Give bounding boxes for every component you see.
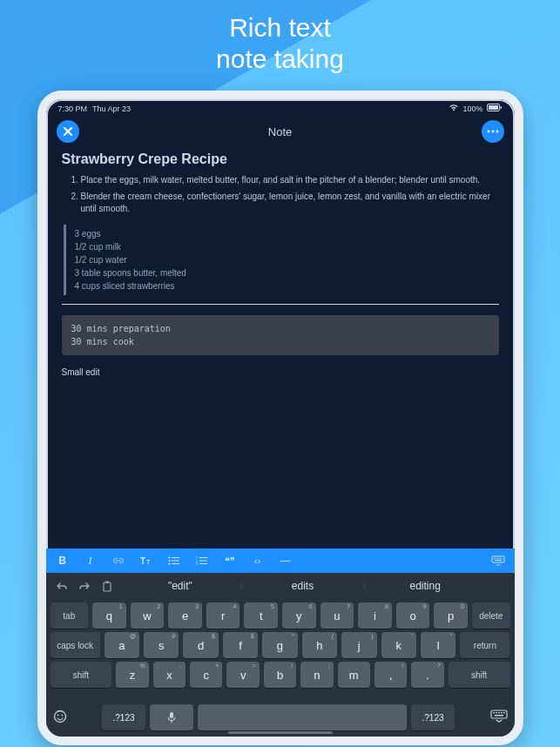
note-ordered-list: Place the eggs, milk water, melted butte…	[62, 174, 499, 216]
link-button[interactable]	[111, 556, 126, 565]
key-numsym-right[interactable]: .?123	[411, 704, 455, 730]
key-mic[interactable]	[150, 704, 193, 730]
key-y[interactable]: y6	[282, 602, 316, 629]
heading-icon: TT	[140, 555, 152, 566]
key-a[interactable]: a@	[105, 632, 139, 658]
svg-rect-9	[172, 557, 179, 558]
status-time: 7:30 PM	[58, 104, 88, 113]
hr-button[interactable]: —	[278, 555, 293, 567]
home-indicator[interactable]	[228, 731, 333, 734]
quote-button[interactable]: ❝❞	[222, 555, 238, 567]
suggestion-bar: "edit" edits editing	[46, 573, 515, 599]
key-v[interactable]: v=	[226, 662, 259, 688]
note-blockquote: 3 eggs 1/2 cup milk 1/2 cup water 3 tabl…	[64, 225, 499, 295]
key-capslock[interactable]: caps lock	[51, 632, 100, 658]
wifi-icon	[449, 104, 459, 113]
key-shift-left[interactable]: shift	[51, 662, 112, 688]
key-space[interactable]	[198, 704, 407, 730]
heading-button[interactable]: TT	[138, 555, 154, 566]
italic-button[interactable]: I	[83, 555, 98, 568]
numbered-list-icon: 123	[196, 556, 208, 565]
svg-text:T: T	[146, 559, 151, 565]
key-t[interactable]: t5	[244, 602, 278, 629]
keyboard-dismiss-icon	[491, 555, 505, 566]
svg-point-3	[487, 131, 489, 133]
key-u[interactable]: u7	[320, 602, 354, 629]
link-icon	[112, 556, 125, 565]
key-shift-right[interactable]: shift	[449, 662, 510, 688]
nav-bar: Note	[46, 115, 515, 151]
suggestion-2[interactable]: edits	[241, 580, 364, 592]
key-numsym-left[interactable]: .?123	[102, 704, 145, 730]
key-o[interactable]: o9	[396, 602, 430, 629]
close-button[interactable]	[57, 120, 79, 143]
svg-rect-2	[500, 106, 502, 109]
svg-rect-32	[491, 710, 507, 718]
status-bar: 7:30 PM Thu Apr 23 100%	[46, 99, 515, 115]
key-s[interactable]: s#	[144, 632, 179, 658]
svg-rect-15	[199, 557, 207, 558]
key-f[interactable]: f&	[223, 632, 258, 658]
clipboard-button[interactable]	[97, 581, 118, 592]
key-k[interactable]: k'	[381, 632, 416, 658]
ingredient-line: 3 table spoons butter, melted	[75, 266, 499, 279]
svg-rect-24	[500, 558, 502, 559]
emoji-button[interactable]	[53, 710, 67, 726]
tablet-frame: 7:30 PM Thu Apr 23 100% Note Strawberry …	[37, 91, 523, 745]
hide-keyboard-button[interactable]	[490, 710, 508, 725]
suggestion-3[interactable]: editing	[364, 580, 487, 592]
bold-button[interactable]: B	[55, 555, 71, 567]
key-q[interactable]: q1	[92, 602, 126, 629]
note-editor[interactable]: Strawberry Crepe Recipe Place the eggs, …	[46, 151, 515, 377]
key-.[interactable]: .?	[411, 662, 443, 688]
numbered-list-button[interactable]: 123	[194, 556, 210, 565]
key-c[interactable]: c+	[190, 662, 222, 688]
key-,[interactable]: ,!	[374, 662, 407, 688]
keyboard: "edit" edits editing tab q1w2e3r4t5y6u7i…	[46, 573, 515, 737]
list-item: Blender the cream cheese, confectioners'…	[81, 191, 499, 216]
more-button[interactable]	[482, 120, 504, 143]
key-h[interactable]: h(	[302, 632, 337, 658]
mic-icon	[167, 711, 176, 723]
svg-point-30	[61, 714, 63, 716]
key-return[interactable]: return	[460, 632, 509, 658]
key-b[interactable]: b/	[264, 662, 296, 688]
key-j[interactable]: j)	[341, 632, 376, 658]
promo-title: Rich text note taking	[0, 0, 560, 91]
note-code-block: 30 mins preparation 30 mins cook	[62, 315, 499, 355]
key-m[interactable]: m:	[338, 662, 370, 688]
svg-rect-21	[494, 558, 496, 559]
redo-button[interactable]	[74, 582, 95, 591]
svg-rect-17	[199, 561, 207, 562]
svg-rect-36	[501, 712, 503, 713]
key-x[interactable]: x-	[153, 662, 186, 688]
note-divider	[62, 304, 499, 305]
redo-icon	[78, 582, 91, 591]
key-delete[interactable]: delete	[472, 602, 510, 629]
battery-icon	[487, 104, 503, 113]
key-l[interactable]: l"	[421, 632, 455, 658]
key-n[interactable]: n;	[300, 662, 333, 688]
key-p[interactable]: p0	[434, 602, 468, 629]
svg-point-5	[496, 131, 498, 133]
promo-line1: Rich text	[0, 12, 560, 44]
code-button[interactable]: ‹›	[250, 555, 266, 566]
bullet-list-button[interactable]	[166, 556, 182, 565]
svg-text:T: T	[140, 556, 145, 566]
more-icon	[487, 130, 499, 133]
svg-rect-33	[493, 712, 495, 713]
key-i[interactable]: i8	[358, 602, 392, 629]
key-z[interactable]: z%	[116, 662, 148, 688]
keyboard-dismiss-button[interactable]	[490, 555, 506, 566]
key-g[interactable]: g*	[262, 632, 297, 658]
key-e[interactable]: e3	[168, 602, 202, 629]
svg-rect-35	[498, 712, 500, 713]
key-w[interactable]: w2	[131, 602, 165, 629]
undo-button[interactable]	[51, 582, 72, 591]
key-tab[interactable]: tab	[51, 602, 89, 629]
clipboard-icon	[102, 581, 112, 592]
suggestion-1[interactable]: "edit"	[119, 580, 242, 592]
key-d[interactable]: d$	[183, 632, 218, 658]
key-r[interactable]: r4	[206, 602, 240, 629]
svg-point-29	[57, 714, 58, 716]
